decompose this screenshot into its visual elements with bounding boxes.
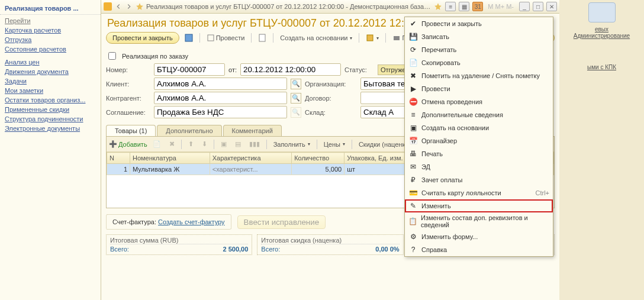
create-on-icon: ▣ bbox=[408, 123, 418, 133]
tab-extra[interactable]: Дополнительно bbox=[157, 125, 221, 136]
menu-item-post-close[interactable]: ✔Провести и закрыть bbox=[405, 17, 553, 30]
menu-item-reread[interactable]: ⟳Перечитать bbox=[405, 43, 553, 56]
menu-item-post[interactable]: ▶Провести bbox=[405, 82, 553, 95]
menu-item-label: Справка bbox=[421, 246, 447, 253]
menu-item-label: Создать на основании bbox=[421, 124, 489, 131]
nav-item[interactable]: Карточка расчетов bbox=[0, 25, 101, 35]
menu-item-label: Пометить на удаление / Снять пометку bbox=[421, 72, 540, 79]
nav-item[interactable]: Анализ цен bbox=[0, 57, 101, 67]
nav-item[interactable]: Отгрузка bbox=[0, 35, 101, 44]
reread-icon: ⟳ bbox=[408, 45, 418, 54]
menu-item-ed[interactable]: ✉ЭД bbox=[405, 160, 553, 173]
by-order-checkbox[interactable] bbox=[108, 52, 116, 60]
client-input[interactable] bbox=[154, 78, 287, 90]
menu-item-print[interactable]: 🖶Печать bbox=[405, 147, 553, 160]
nav-item[interactable]: Остатки товаров организ... bbox=[0, 95, 101, 105]
svg-rect-1 bbox=[208, 35, 214, 41]
enter-correction-button[interactable]: Ввести исправление bbox=[237, 215, 326, 229]
contragent-lookup-icon[interactable]: 🔍 bbox=[291, 93, 301, 104]
nav-back-icon[interactable] bbox=[114, 2, 123, 11]
left-navigation: Реализация товаров ... Перейти Карточка … bbox=[0, 0, 101, 300]
calc-icon[interactable]: ▦ bbox=[459, 2, 469, 11]
post-button[interactable]: Провести bbox=[204, 32, 248, 44]
menu-item-card[interactable]: 💳Считать карту лояльностиCtrl+ bbox=[405, 186, 553, 199]
contragent-input[interactable] bbox=[154, 92, 287, 104]
create-on-basis-button[interactable]: Создать на основании bbox=[277, 33, 355, 43]
total-sum-title: Итоговая сумма (RUB) bbox=[110, 237, 248, 244]
move-down-icon[interactable]: ⬇ bbox=[199, 138, 210, 150]
nav-item[interactable]: Движения документа bbox=[0, 67, 101, 76]
cal-icon[interactable]: 31 bbox=[472, 2, 483, 11]
move-up-icon[interactable]: ⬆ bbox=[185, 138, 197, 150]
attach-icon[interactable] bbox=[363, 32, 382, 44]
menu-item-label: Органайзер bbox=[421, 137, 457, 144]
menu-item-unpost[interactable]: ⛔Отмена проведения bbox=[405, 95, 553, 108]
create-invoice-link[interactable]: Создать счет-фактуру bbox=[158, 218, 225, 225]
save-icon[interactable] bbox=[182, 32, 196, 44]
nav-item[interactable]: Примененные скидки bbox=[0, 105, 101, 114]
nav-fwd-icon[interactable] bbox=[125, 2, 133, 11]
nav-item[interactable]: Состояние расчетов bbox=[0, 44, 101, 54]
agreement-input[interactable] bbox=[154, 106, 287, 118]
delete-row-icon[interactable]: ✖ bbox=[166, 138, 178, 150]
number-input[interactable] bbox=[154, 63, 225, 76]
copy-row-icon[interactable]: 📄 bbox=[150, 138, 164, 150]
offset-icon: ₽ bbox=[408, 175, 418, 185]
tab-comment[interactable]: Комментарий bbox=[223, 125, 282, 136]
menu-item-edit[interactable]: ✎Изменить bbox=[405, 199, 553, 212]
nav-item[interactable]: Электронные документы bbox=[0, 124, 101, 133]
tab-goods[interactable]: Товары (1) bbox=[106, 125, 156, 136]
rail-link[interactable]: ыми с КПК bbox=[587, 64, 616, 70]
svg-rect-3 bbox=[367, 35, 373, 41]
ed-icon: ✉ bbox=[408, 162, 418, 172]
fav-icon[interactable] bbox=[434, 2, 442, 11]
client-label: Клиент: bbox=[106, 80, 150, 88]
menu-item-offset[interactable]: ₽Зачет оплаты bbox=[405, 173, 553, 186]
from-label: от: bbox=[228, 66, 237, 73]
contragent-label: Контрагент: bbox=[106, 95, 150, 102]
rail-icon[interactable] bbox=[588, 2, 616, 22]
menu-item-edit-form[interactable]: ⚙Изменить форму... bbox=[405, 230, 553, 243]
maximize-button[interactable]: □ bbox=[533, 2, 543, 11]
minimize-button[interactable]: _ bbox=[519, 2, 530, 11]
number-label: Номер: bbox=[106, 66, 150, 73]
edit-icon: ✎ bbox=[408, 201, 418, 211]
nav-item[interactable]: Задачи bbox=[0, 76, 101, 86]
prices-button[interactable]: Цены bbox=[321, 139, 348, 150]
barcode-icon[interactable]: ▮▮▮ bbox=[246, 138, 263, 150]
menu-item-organizer[interactable]: 📅Органайзер bbox=[405, 134, 553, 147]
menu-item-create-on[interactable]: ▣Создать на основании bbox=[405, 121, 553, 134]
menu-item-label: Зачет оплаты bbox=[421, 176, 462, 183]
all-actions-menu: ✔Провести и закрыть💾Записать⟳Перечитать📄… bbox=[404, 17, 553, 257]
nav-item[interactable]: Структура подчиненности bbox=[0, 114, 101, 124]
menu-item-label: Дополнительные сведения bbox=[421, 111, 503, 118]
date-input[interactable] bbox=[240, 63, 341, 76]
menu-item-help[interactable]: ?Справка bbox=[405, 243, 553, 256]
menu-item-extra[interactable]: ≡Дополнительные сведения bbox=[405, 108, 553, 121]
edit-props-icon: 📋 bbox=[408, 217, 417, 226]
fill-button[interactable]: Заполнить bbox=[271, 139, 313, 150]
menu-item-label: Провести и закрыть bbox=[421, 20, 482, 27]
nav-item[interactable]: Мои заметки bbox=[0, 86, 101, 95]
app-icon bbox=[104, 2, 112, 11]
tool-icon[interactable]: ▤ bbox=[232, 138, 244, 150]
card-icon: 💳 bbox=[408, 188, 418, 198]
post-and-close-button[interactable]: Провести и закрыть bbox=[106, 32, 179, 44]
client-lookup-icon[interactable]: 🔍 bbox=[291, 79, 301, 89]
m-buttons: M M+ M- bbox=[488, 3, 514, 10]
agreement-lookup-icon[interactable]: 🔍 bbox=[291, 107, 301, 118]
post-icon: ▶ bbox=[408, 84, 418, 93]
menu-item-label: Печать bbox=[421, 150, 443, 157]
menu-item-mark-delete[interactable]: ✖Пометить на удаление / Снять пометку bbox=[405, 69, 553, 82]
rail-link[interactable]: евыхАдминистрирование bbox=[574, 26, 630, 39]
star-icon[interactable] bbox=[136, 2, 144, 11]
nav-goto: Перейти bbox=[0, 16, 101, 25]
tool-icon[interactable]: ▣ bbox=[218, 138, 230, 150]
close-button[interactable]: ✕ bbox=[546, 2, 557, 11]
menu-item-save[interactable]: 💾Записать bbox=[405, 30, 553, 43]
add-row-button[interactable]: ➕Добавить bbox=[109, 140, 147, 148]
report-icon[interactable] bbox=[255, 32, 269, 44]
menu-item-edit-props[interactable]: 📋Изменить состав доп. реквизитов и сведе… bbox=[405, 212, 553, 230]
menu-item-copy[interactable]: 📄Скопировать bbox=[405, 56, 553, 69]
tb-icon[interactable]: ≡ bbox=[445, 2, 456, 11]
